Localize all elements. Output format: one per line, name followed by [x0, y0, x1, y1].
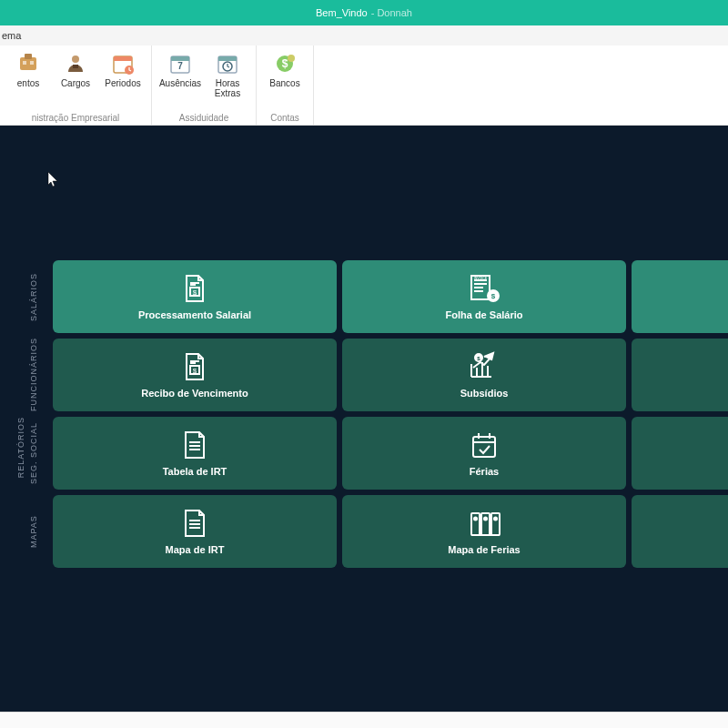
title-bar: Bem_Vindo - Donnah: [0, 0, 728, 25]
card-partial-4[interactable]: [632, 495, 728, 568]
ribbon-group-label: Assiduidade: [152, 113, 256, 123]
growth-icon: $: [466, 351, 502, 382]
menu-bar: ema: [0, 25, 728, 46]
doc-icon: [181, 508, 208, 539]
svg-point-32: [474, 518, 477, 521]
ribbon-group-admin: entos Cargos Periodos nistração Empresar…: [0, 46, 152, 125]
svg-text:INVOICE: INVOICE: [474, 277, 488, 280]
content-area: SALÁRIOS FUNCIONÁRIOS SEG. SOCIAL MAPAS …: [0, 126, 728, 712]
svg-point-34: [494, 518, 497, 521]
svg-point-4: [72, 56, 79, 63]
svg-rect-7: [114, 56, 132, 61]
ribbon-item-bancos[interactable]: $ Bancos: [262, 49, 308, 90]
card-subsidios[interactable]: $ Subsídios: [342, 339, 626, 411]
card-grid: $ Processamento Salarial INVOICE$ Folha …: [53, 260, 728, 568]
svg-rect-1: [25, 54, 32, 59]
card-recibo-vencimento[interactable]: $ Recibo de Vencimento: [53, 339, 337, 411]
app-window: Bem_Vindo - Donnah ema entos Cargos: [0, 0, 728, 728]
ribbon-item-periodos[interactable]: Periodos: [100, 49, 146, 90]
ribbon-group-label: nistração Empresarial: [0, 113, 151, 123]
svg-point-33: [484, 518, 487, 521]
svg-rect-5: [73, 65, 78, 68]
period-icon: [110, 51, 136, 76]
side-label-funcionarios: FUNCIONÁRIOS: [29, 339, 38, 411]
menu-item[interactable]: ema: [2, 30, 21, 41]
side-label-mapas: MAPAS: [29, 495, 38, 568]
svg-rect-0: [20, 57, 36, 70]
side-label-seg-social: SEG. SOCIAL: [29, 417, 38, 490]
svg-rect-28: [473, 437, 495, 457]
page-title: Bem_Vindo: [316, 7, 368, 18]
card-partial-3[interactable]: [632, 417, 728, 490]
ribbon-item-departamentos[interactable]: entos: [5, 49, 51, 90]
card-processamento-salarial[interactable]: $ Processamento Salarial: [53, 260, 337, 333]
side-label-relatorios: RELATÓRIOS: [16, 417, 25, 478]
mouse-cursor: [47, 171, 60, 187]
money-doc-icon: $: [179, 351, 210, 382]
bank-icon: $: [272, 51, 298, 76]
card-mapa-ferias[interactable]: Mapa de Ferias: [342, 495, 626, 568]
binder-icon: [466, 508, 502, 539]
ribbon: entos Cargos Periodos nistração Empresar…: [0, 46, 728, 126]
ribbon-group-contas: $ Bancos Contas: [257, 46, 314, 125]
card-partial-1[interactable]: [632, 260, 728, 333]
svg-point-17: [288, 55, 295, 62]
side-labels: SALÁRIOS FUNCIONÁRIOS SEG. SOCIAL MAPAS: [29, 260, 38, 568]
svg-text:$: $: [193, 367, 197, 375]
department-icon: [15, 51, 41, 76]
svg-text:7: 7: [177, 61, 183, 71]
card-tabela-irt[interactable]: Tabela de IRT: [53, 417, 337, 490]
cargo-icon: [63, 51, 88, 76]
ribbon-group-assiduidade: 7 Ausências Horas Extras Assiduidade: [152, 46, 257, 125]
card-partial-2[interactable]: [632, 339, 728, 411]
card-mapa-irt[interactable]: Mapa de IRT: [53, 495, 337, 568]
calendar-icon: 7: [167, 51, 193, 76]
svg-text:$: $: [193, 288, 197, 297]
side-label-salarios: SALÁRIOS: [29, 260, 38, 333]
svg-rect-13: [218, 56, 237, 61]
invoice-icon: INVOICE$: [466, 273, 502, 304]
money-doc-icon: $: [179, 273, 210, 304]
svg-text:$: $: [282, 57, 288, 70]
app-name: - Donnah: [371, 7, 412, 18]
vacation-icon: [469, 430, 500, 460]
svg-text:$: $: [491, 292, 496, 300]
ribbon-item-ausencias[interactable]: 7 Ausências: [157, 49, 203, 100]
svg-rect-3: [30, 61, 34, 65]
card-ferias[interactable]: Férias: [342, 417, 626, 490]
ribbon-item-horas-extras[interactable]: Horas Extras: [205, 49, 250, 100]
clock-icon: [215, 51, 240, 76]
doc-icon: [181, 430, 208, 460]
svg-rect-2: [23, 61, 26, 65]
card-folha-salario[interactable]: INVOICE$ Folha de Salário: [342, 260, 626, 333]
status-bar: [0, 712, 728, 728]
ribbon-group-label: Contas: [257, 113, 313, 123]
ribbon-item-cargos[interactable]: Cargos: [53, 49, 98, 90]
